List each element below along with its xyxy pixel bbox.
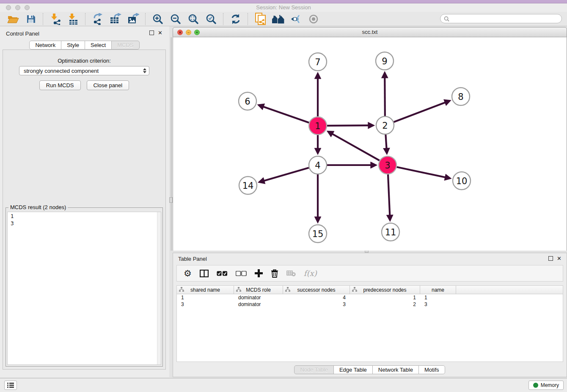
column-header-shared-name[interactable]: shared name: [177, 286, 234, 294]
graph-node-8[interactable]: 8: [452, 88, 470, 105]
zoom-fit-icon[interactable]: [187, 13, 200, 25]
close-window-icon[interactable]: [6, 5, 11, 10]
clone-network-icon[interactable]: [253, 13, 267, 25]
add-column-icon[interactable]: [255, 269, 263, 277]
table-row[interactable]: 3 dominator 3 2 3: [177, 301, 563, 308]
graph-node-6[interactable]: 6: [239, 92, 256, 110]
graph-edge-2-8[interactable]: [394, 101, 450, 122]
graph-node-2[interactable]: 2: [376, 116, 394, 134]
graph[interactable]: 7968124314101511: [173, 37, 567, 250]
search-field[interactable]: [440, 14, 562, 23]
result-scrollbar[interactable]: [157, 212, 161, 364]
graph-node-10[interactable]: 10: [453, 172, 471, 190]
import-table-icon[interactable]: [66, 13, 80, 25]
memory-label: Memory: [541, 382, 559, 388]
toolbar-separator: [85, 13, 86, 25]
tab-motifs[interactable]: Motifs: [418, 365, 445, 374]
graph-edge-1-2[interactable]: [327, 125, 373, 126]
column-header-name[interactable]: name: [420, 286, 456, 294]
network-canvas[interactable]: 7968124314101511: [173, 37, 567, 251]
graph-edge-4-14[interactable]: [259, 168, 309, 182]
column-header-predecessor-nodes[interactable]: predecessor nodes: [350, 286, 420, 294]
graph-node-14[interactable]: 14: [239, 177, 257, 194]
tab-network-table[interactable]: Network Table: [372, 365, 419, 374]
gear-icon[interactable]: ⚙: [184, 269, 192, 278]
export-network-icon[interactable]: [91, 13, 105, 25]
tab-network[interactable]: Network: [29, 41, 61, 50]
zoom-in-icon[interactable]: [151, 13, 165, 25]
float-panel-icon[interactable]: [149, 30, 154, 35]
graph-edge-1-6[interactable]: [259, 105, 309, 123]
graph-node-1[interactable]: 1: [309, 117, 327, 135]
zoom-selected-icon[interactable]: [204, 13, 218, 25]
select-all-icon[interactable]: [217, 271, 228, 276]
minimize-window-icon[interactable]: [15, 5, 20, 10]
close-panel-icon[interactable]: ✕: [158, 31, 162, 35]
cell-shared-name[interactable]: 3: [177, 301, 234, 308]
cell-shared-name[interactable]: 1: [177, 294, 234, 301]
tab-node-table[interactable]: Node Table: [294, 365, 334, 374]
tab-style[interactable]: Style: [61, 41, 85, 50]
network-minimize-icon[interactable]: −: [186, 30, 191, 35]
tab-edge-table[interactable]: Edge Table: [333, 365, 373, 374]
split-columns-icon[interactable]: [200, 270, 209, 277]
table-row[interactable]: 1 dominator 4 1 1: [177, 294, 563, 301]
home-icon[interactable]: [271, 13, 285, 25]
graph-node-4[interactable]: 4: [309, 156, 327, 174]
search-input[interactable]: [451, 15, 561, 22]
cell-name[interactable]: 1: [420, 294, 456, 301]
vertical-splitter[interactable]: [171, 37, 171, 251]
graph-edge-2-3[interactable]: [385, 135, 387, 153]
save-session-icon[interactable]: [24, 13, 38, 25]
column-header-successor-nodes[interactable]: successor nodes: [283, 286, 350, 294]
tab-select[interactable]: Select: [85, 41, 112, 50]
column-header-mcds-role[interactable]: MCDS role: [234, 286, 283, 294]
float-panel-icon[interactable]: [548, 256, 553, 261]
network-window-titlebar[interactable]: ✕ − + scc.txt: [173, 27, 567, 37]
graph-edge-3-11[interactable]: [388, 174, 390, 220]
mcds-panel: Optimization criterion: strongly connect…: [3, 50, 166, 370]
hide-network-icon[interactable]: [289, 13, 303, 25]
graph-node-15[interactable]: 15: [309, 225, 327, 243]
close-panel-icon[interactable]: ✕: [557, 257, 561, 260]
graph-node-11[interactable]: 11: [382, 223, 399, 241]
tab-mcds[interactable]: MCDS: [111, 41, 139, 50]
vertical-splitter-grip[interactable]: [169, 197, 173, 203]
close-panel-button[interactable]: Close panel: [87, 80, 129, 90]
node-table[interactable]: shared name MCDS role successor nodes pr…: [176, 285, 563, 362]
criterion-select[interactable]: strongly connected component: [19, 66, 149, 75]
open-session-icon[interactable]: [6, 13, 20, 25]
graph-edge-3-10[interactable]: [397, 167, 450, 179]
attribute-icon: [352, 287, 357, 292]
deselect-all-icon[interactable]: [236, 271, 247, 276]
mcds-result-box[interactable]: 1 3: [7, 212, 161, 365]
zoom-out-icon[interactable]: [169, 13, 182, 25]
graph-node-9[interactable]: 9: [376, 52, 394, 70]
delete-table-icon[interactable]: [286, 270, 296, 277]
maximize-window-icon[interactable]: [25, 5, 30, 10]
table-header-row: shared name MCDS role successor nodes pr…: [177, 286, 563, 294]
cell-predecessor-nodes[interactable]: 2: [350, 301, 420, 308]
cell-name[interactable]: 3: [420, 301, 456, 308]
cell-mcds-role[interactable]: dominator: [234, 301, 283, 308]
export-image-icon[interactable]: [127, 13, 140, 25]
cell-predecessor-nodes[interactable]: 1: [350, 294, 420, 301]
graph-edge-2-9[interactable]: [385, 73, 385, 116]
graph-node-3[interactable]: 3: [379, 156, 396, 174]
import-network-icon[interactable]: [49, 13, 62, 25]
cell-successor-nodes[interactable]: 3: [283, 301, 350, 308]
cell-mcds-role[interactable]: dominator: [234, 294, 283, 301]
network-maximize-icon[interactable]: +: [194, 30, 200, 35]
task-history-button[interactable]: [4, 381, 17, 390]
graph-edge-3-1[interactable]: [328, 132, 379, 160]
memory-button[interactable]: Memory: [528, 381, 564, 390]
refresh-icon[interactable]: [229, 13, 242, 25]
cell-successor-nodes[interactable]: 4: [283, 294, 350, 301]
function-builder-icon[interactable]: f(x): [304, 269, 317, 278]
run-mcds-button[interactable]: Run MCDS: [39, 80, 81, 90]
graph-node-7[interactable]: 7: [309, 53, 327, 71]
network-close-icon[interactable]: ✕: [177, 30, 183, 35]
show-network-icon[interactable]: [307, 13, 320, 25]
export-table-icon[interactable]: [109, 13, 122, 25]
delete-icon[interactable]: [271, 269, 278, 278]
